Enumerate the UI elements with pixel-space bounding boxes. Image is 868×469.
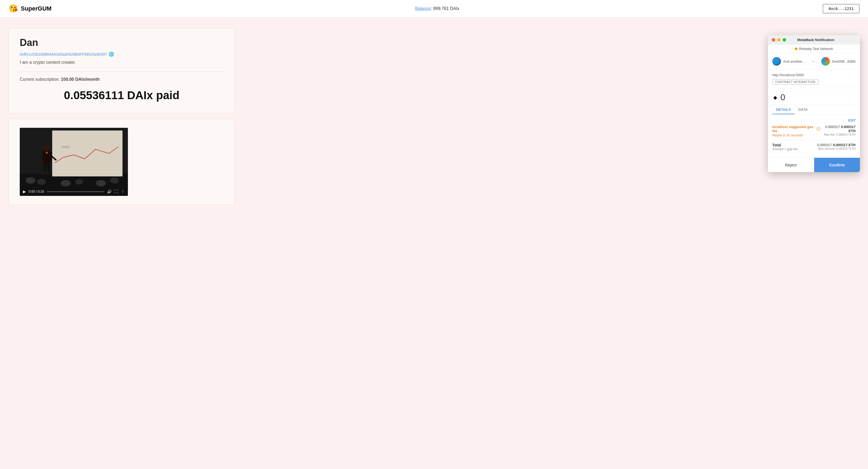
video-player[interactable]: FRED ▶ 0:00 / 0:10 🔊 ⛶ ⋮ <box>20 128 128 196</box>
metamask-titlebar: MetaMask Notification <box>768 35 860 44</box>
from-label: And another... <box>783 60 805 64</box>
confirm-button[interactable]: Confirm <box>814 158 860 172</box>
svg-rect-5 <box>42 152 46 160</box>
fullscreen-button[interactable]: ⛶ <box>114 189 118 194</box>
total-sublabel: Amount + gas fee <box>772 147 798 151</box>
max-fee-row: Max fee: 0.000317 ETH <box>820 133 856 136</box>
network-label: Rinkeby Test Network <box>799 47 833 51</box>
balance-link[interactable]: Balance <box>415 6 431 11</box>
gas-speed-label: Maybe in 30 seconds <box>772 133 820 137</box>
metamask-network[interactable]: Rinkeby Test Network <box>768 44 860 53</box>
svg-text:FRED: FRED <box>62 145 70 148</box>
svg-point-11 <box>37 179 46 185</box>
metamask-accounts: 🌐 And another... → 0xeD5B...83B6 <box>768 53 860 70</box>
tab-details[interactable]: DETAILS <box>772 105 795 114</box>
profile-divider <box>20 71 224 72</box>
svg-rect-8 <box>47 164 50 172</box>
to-avatar <box>821 57 830 66</box>
play-button[interactable]: ▶ <box>23 189 26 194</box>
volume-button[interactable]: 🔊 <box>107 189 112 194</box>
wallet-address[interactable]: 0xc6...1231 <box>823 4 859 13</box>
edit-link-row: EDIT <box>772 118 856 123</box>
svg-point-9 <box>46 152 48 154</box>
app-header: 😘 SuperGUM Balance: 999.761 DAIx 0xc6...… <box>0 0 868 17</box>
video-thumbnail: FRED <box>20 128 128 187</box>
eth-amount-row: ◆ 0 <box>768 88 860 105</box>
metamask-modal: MetaMask Notification Rinkeby Test Netwo… <box>768 35 860 172</box>
svg-rect-2 <box>52 131 123 176</box>
svg-rect-7 <box>43 164 46 172</box>
app-logo: 😘 SuperGUM <box>9 4 52 13</box>
gas-fee-row: localhost suggested gas fee i Maybe in 3… <box>772 125 856 137</box>
main-content: Dan 0xffA1c53b18d864A6340adA628BdFF6651f… <box>0 17 243 215</box>
svg-point-13 <box>75 179 83 185</box>
metamask-tabs: DETAILS DATA <box>768 105 860 114</box>
gas-info-icon[interactable]: i <box>817 127 820 131</box>
video-controls[interactable]: ▶ 0:00 / 0:10 🔊 ⛶ ⋮ <box>20 187 128 196</box>
edit-link[interactable]: EDIT <box>848 119 856 122</box>
video-scene-svg: FRED <box>20 128 128 187</box>
tab-data[interactable]: DATA <box>795 105 811 114</box>
logo-text: SuperGUM <box>21 5 52 12</box>
logo-emoji: 😘 <box>9 4 18 13</box>
svg-point-14 <box>96 180 106 187</box>
window-close-button[interactable] <box>772 38 775 42</box>
time-display: 0:00 / 0:10 <box>29 190 44 194</box>
account-from: 🌐 And another... <box>772 57 805 66</box>
profile-card: Dan 0xffA1c53b18d864A6340adA628BdFF6651f… <box>9 28 235 113</box>
video-card: FRED ▶ 0:00 / 0:10 🔊 ⛶ ⋮ <box>9 119 235 205</box>
from-globe-icon: 🌐 <box>772 57 781 66</box>
svg-point-12 <box>61 180 70 187</box>
metamask-details: EDIT localhost suggested gas fee i Maybe… <box>768 114 860 155</box>
eth-diamond-icon: ◆ <box>772 95 778 100</box>
total-value: 0.000317 0.000317 ETH <box>817 143 856 147</box>
account-to: 0xeD5B...83B6 <box>821 57 856 66</box>
max-amount-row: Max amount: 0.000317 ETH <box>817 147 856 150</box>
gas-fee-label: localhost suggested gas fee i <box>772 125 820 133</box>
progress-bar[interactable] <box>47 191 104 192</box>
reject-button[interactable]: Reject <box>768 158 814 172</box>
profile-name: Dan <box>20 37 224 48</box>
contract-interaction-badge: CONTRACT INTERACTION <box>772 79 818 85</box>
metamask-action-buttons: Reject Confirm <box>768 158 860 172</box>
video-menu-button[interactable]: ⋮ <box>121 189 125 194</box>
copy-icon[interactable]: 🌐 <box>109 52 114 57</box>
total-label: Total <box>772 143 798 147</box>
gas-fee-value: 0.000317 0.000317 ETH <box>820 125 856 133</box>
arrow-icon: → <box>811 59 815 64</box>
svg-point-15 <box>110 177 119 183</box>
eth-amount-value: 0 <box>780 92 785 102</box>
paid-amount: 0.05536111 DAIx paid <box>20 86 224 105</box>
total-row: Total Amount + gas fee 0.000317 0.000317… <box>772 143 856 151</box>
svg-point-3 <box>43 143 50 150</box>
profile-bio: I am a crypto content creator. <box>20 60 224 65</box>
balance-value: 999.761 DAIx <box>433 6 459 11</box>
network-status-dot <box>795 47 798 50</box>
subscription-info: Current subscription: 100.00 DAIx/month <box>20 77 224 82</box>
svg-point-10 <box>26 177 35 184</box>
dapp-url: http://localhost:5000 <box>772 73 856 77</box>
metamask-title: MetaMask Notification <box>776 38 856 42</box>
profile-address: 0xffA1c53b18d864A6340adA628BdFF6651fa4E0… <box>20 52 224 57</box>
header-balance: Balance: 999.761 DAIx <box>415 6 459 11</box>
to-address: 0xeD5B...83B6 <box>832 60 856 64</box>
metamask-contract-info: http://localhost:5000 CONTRACT INTERACTI… <box>768 70 860 88</box>
